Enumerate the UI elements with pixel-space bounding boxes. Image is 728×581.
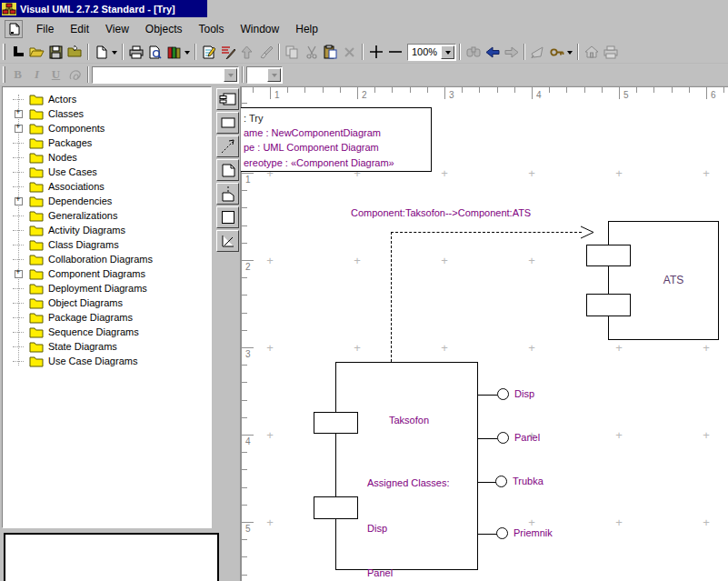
new-project-button[interactable]	[8, 43, 27, 61]
palette-label-tool[interactable]	[216, 230, 239, 252]
font-symbol-button[interactable]	[65, 65, 85, 84]
component-ats-tab[interactable]	[586, 245, 631, 266]
print-model-button[interactable]	[601, 43, 620, 61]
tree-item-state-diagrams[interactable]: State Diagrams	[3, 339, 211, 354]
upload-button[interactable]	[237, 43, 256, 61]
tree-item-generalizations[interactable]: Generalizations	[3, 208, 211, 223]
toolbar-grip[interactable]	[3, 66, 5, 83]
options-dropdown[interactable]	[567, 51, 573, 57]
tree-item-packages[interactable]: Packages	[3, 135, 211, 150]
dependency-line-horizontal[interactable]	[391, 232, 582, 233]
tree-item-components[interactable]: Components	[3, 121, 211, 135]
interface-line[interactable]	[477, 395, 497, 396]
tree-item-package-diagrams[interactable]: Package Diagrams	[3, 310, 211, 325]
tree-item-classes[interactable]: Classes	[3, 106, 211, 121]
interface-circle-panel[interactable]	[497, 432, 509, 444]
options-button[interactable]	[547, 43, 566, 61]
palette-note-tool[interactable]	[216, 159, 239, 181]
expand-plus-icon[interactable]	[15, 125, 23, 133]
interface-line[interactable]	[477, 438, 497, 439]
component-taksofon-name[interactable]: Taksofon	[377, 415, 441, 426]
palette-note-anchor-tool[interactable]	[216, 183, 239, 205]
italic-button[interactable]: I	[27, 65, 46, 84]
paste-button[interactable]	[321, 43, 340, 61]
format-painter-button[interactable]	[256, 43, 275, 61]
find-button[interactable]	[464, 43, 483, 61]
component-ats-tab[interactable]	[586, 294, 631, 316]
copy-button[interactable]	[283, 43, 302, 61]
interface-label-disp[interactable]: Disp	[514, 388, 534, 399]
font-dropdown-button[interactable]	[224, 68, 237, 82]
expand-plus-icon[interactable]	[15, 270, 23, 278]
component-ats-name[interactable]: ATS	[646, 274, 701, 286]
tree-item-nodes[interactable]: Nodes	[3, 150, 211, 165]
interface-circle-disp[interactable]	[497, 388, 509, 400]
menu-window[interactable]: Window	[233, 20, 288, 38]
tree-item-deployment-diagrams[interactable]: Deployment Diagrams	[3, 281, 211, 296]
tree-item-sequence-diagrams[interactable]: Sequence Diagrams	[3, 325, 211, 339]
underline-button[interactable]: U	[46, 65, 65, 84]
tree-item-component-diagrams[interactable]: Component Diagrams	[3, 266, 211, 281]
palette-interface-tool[interactable]	[216, 112, 239, 134]
tree-item-use-cases[interactable]: Use Cases	[3, 165, 211, 179]
properties-button[interactable]	[199, 43, 218, 61]
script-editor-button[interactable]	[218, 43, 237, 61]
zoom-select[interactable]: 100%	[407, 44, 456, 61]
interface-circle-trubka[interactable]	[495, 476, 507, 487]
interface-line[interactable]	[477, 534, 497, 535]
reports-button[interactable]	[165, 43, 184, 61]
expand-plus-icon[interactable]	[15, 110, 23, 118]
code-generate-button[interactable]	[528, 43, 547, 61]
tree-item-use-case-diagrams[interactable]: Use Case Diagrams	[3, 354, 211, 368]
back-button[interactable]	[483, 43, 502, 61]
interface-circle-priemnik[interactable]	[496, 527, 508, 539]
font-select[interactable]	[92, 66, 239, 84]
home-button[interactable]	[582, 43, 601, 61]
print-preview-button[interactable]	[145, 43, 165, 61]
dependency-label[interactable]: Component:Taksofon-->Component:ATS	[351, 207, 531, 218]
menu-tools[interactable]: Tools	[191, 20, 233, 38]
tree-item-collaboration-diagrams[interactable]: Collaboration Diagrams	[3, 252, 211, 266]
interface-line[interactable]	[477, 482, 497, 483]
document-window-icon[interactable]	[5, 20, 23, 38]
interface-label-priemnik[interactable]: Priemnik	[514, 527, 553, 538]
menu-objects[interactable]: Objects	[137, 20, 191, 38]
diagram-canvas[interactable]: 1 2 3 4 5 6 1 2 3 4 5 ++++++++++++++++++…	[240, 86, 728, 581]
font-size-select[interactable]	[246, 66, 283, 84]
delete-button[interactable]	[340, 43, 359, 61]
close-project-button[interactable]	[65, 43, 85, 61]
menu-edit[interactable]: Edit	[62, 20, 97, 38]
cut-button[interactable]	[302, 43, 321, 61]
zoom-in-button[interactable]	[366, 43, 385, 61]
expand-plus-icon[interactable]	[15, 197, 23, 205]
tree-item-activity-diagrams[interactable]: Activity Diagrams	[3, 223, 211, 237]
component-taksofon-tab[interactable]	[314, 412, 358, 434]
reports-dropdown[interactable]	[184, 51, 190, 57]
dependency-line-vertical[interactable]	[391, 232, 392, 362]
tree-item-class-diagrams[interactable]: Class Diagrams	[3, 237, 211, 252]
new-diagram-button[interactable]	[92, 43, 111, 61]
new-diagram-dropdown[interactable]	[112, 51, 117, 57]
zoom-dropdown-button[interactable]	[441, 45, 454, 59]
interface-label-trubka[interactable]: Trubka	[513, 476, 544, 486]
interface-label-panel[interactable]: Panel	[514, 432, 540, 443]
toolbar-grip[interactable]	[3, 44, 5, 60]
tree-item-dependencies[interactable]: Dependencies	[3, 194, 211, 208]
save-button[interactable]	[46, 43, 65, 61]
component-taksofon-tab[interactable]	[314, 496, 358, 519]
bold-button[interactable]: B	[8, 65, 27, 84]
overview-pane[interactable]	[4, 533, 219, 581]
palette-dependency-tool[interactable]	[216, 135, 239, 157]
diagram-info-box[interactable]: : Try ame : NewComponentDiagram pe : UML…	[240, 107, 432, 172]
print-button[interactable]	[126, 43, 145, 61]
open-project-button[interactable]	[27, 43, 46, 61]
tree-item-associations[interactable]: Associations	[3, 179, 211, 194]
forward-button[interactable]	[502, 43, 521, 61]
menu-view[interactable]: View	[97, 20, 137, 38]
palette-component-tool[interactable]	[216, 88, 239, 110]
menu-file[interactable]: File	[28, 20, 62, 38]
menu-help[interactable]: Help	[287, 20, 326, 38]
tree-item-actors[interactable]: Actors	[3, 92, 211, 106]
font-size-dropdown-button[interactable]	[267, 68, 281, 82]
tree-item-object-diagrams[interactable]: Object Diagrams	[3, 296, 211, 310]
